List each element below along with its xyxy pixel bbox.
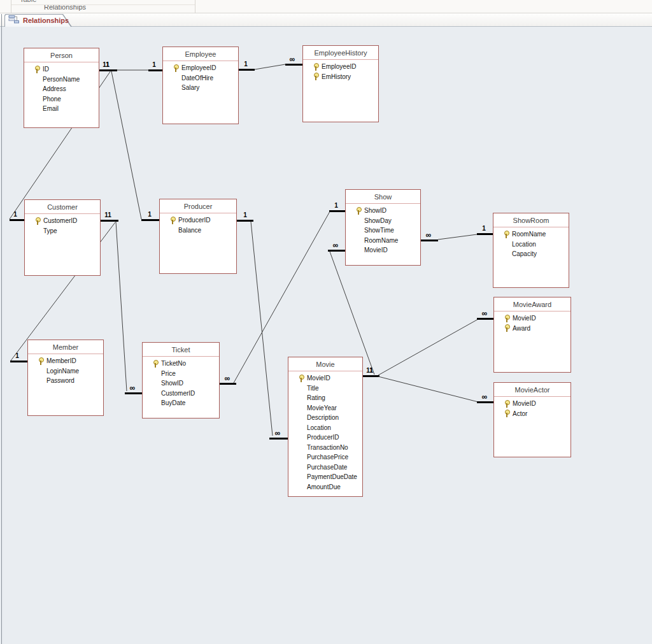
- field-show-roomname[interactable]: RoomName: [346, 236, 420, 246]
- table-box-ticket[interactable]: TicketTicketNoPriceShowIDCustomerIDBuyDa…: [142, 342, 220, 419]
- field-movie-transactionno[interactable]: TransactionNo: [288, 443, 362, 453]
- field-name: Password: [46, 377, 74, 384]
- field-employeehistory-employeeid[interactable]: EmployeeID: [303, 62, 378, 72]
- table-box-producer[interactable]: ProducerProducerIDBalance: [159, 199, 237, 274]
- table-box-movieactor[interactable]: MovieActorMovieIDActor: [493, 382, 571, 457]
- field-showroom-location[interactable]: Location: [493, 240, 569, 250]
- field-ticket-customerid[interactable]: CustomerID: [143, 389, 219, 399]
- relationship-movie-movieaward-line[interactable]: [378, 319, 478, 375]
- cardinality-label: 1: [106, 61, 110, 68]
- field-name: DateOfHire: [181, 75, 213, 82]
- field-producer-producerid[interactable]: ProducerID: [160, 215, 236, 225]
- field-person-address[interactable]: Address: [24, 84, 99, 94]
- field-member-loginname[interactable]: LoginName: [28, 366, 103, 376]
- field-movieaward-movieid[interactable]: MovieID: [494, 313, 570, 324]
- field-movie-paymentduedate[interactable]: PaymentDueDate: [288, 472, 362, 482]
- field-showroom-capacity[interactable]: Capacity: [493, 249, 569, 259]
- field-ticket-showid[interactable]: ShowID: [143, 378, 219, 389]
- table-box-showroom[interactable]: ShowRoomRoomNameLocationCapacity: [493, 213, 569, 288]
- table-header-producer[interactable]: Producer: [160, 199, 236, 213]
- field-ticket-buydate[interactable]: BuyDate: [143, 398, 219, 408]
- relationship-show-showroom-line[interactable]: [438, 234, 477, 240]
- table-box-show[interactable]: ShowShowIDShowDayShowTimeRoomNameMovieID: [345, 189, 421, 266]
- field-show-showday[interactable]: ShowDay: [346, 216, 420, 226]
- field-name: MovieID: [513, 400, 536, 407]
- primary-key-icon: [38, 357, 43, 365]
- field-show-movieid[interactable]: MovieID: [346, 245, 420, 255]
- field-show-showid[interactable]: ShowID: [346, 206, 420, 216]
- table-header-person[interactable]: Person: [24, 48, 99, 62]
- tab-label: Relationships: [23, 17, 69, 24]
- field-name: PaymentDueDate: [307, 473, 357, 480]
- field-showroom-roomname[interactable]: RoomName: [493, 229, 569, 240]
- table-header-show[interactable]: Show: [346, 190, 420, 204]
- key-icon-spacer: [152, 389, 158, 397]
- field-movie-movieyear[interactable]: MovieYear: [288, 403, 362, 413]
- primary-key-icon: [34, 217, 40, 225]
- table-box-customer[interactable]: CustomerCustomerIDType: [24, 199, 101, 276]
- field-person-id[interactable]: ID: [24, 64, 99, 75]
- field-member-password[interactable]: Password: [28, 376, 103, 386]
- table-header-employeehistory[interactable]: EmployeeHistory: [303, 46, 378, 60]
- tab-relationships[interactable]: Relationships: [4, 14, 72, 27]
- table-header-movie[interactable]: Movie: [288, 357, 362, 371]
- field-person-email[interactable]: Email: [24, 104, 99, 114]
- table-header-employee[interactable]: Employee: [163, 47, 238, 61]
- table-header-member[interactable]: Member: [28, 340, 103, 354]
- field-name: Description: [307, 414, 339, 421]
- field-name: RoomName: [512, 231, 546, 238]
- field-employeehistory-emhistory[interactable]: EmHistory: [303, 72, 378, 82]
- field-name: MovieID: [513, 315, 536, 322]
- table-header-movieactor[interactable]: MovieActor: [494, 383, 570, 397]
- field-name: Rating: [307, 394, 325, 401]
- field-movie-movieid[interactable]: MovieID: [288, 373, 362, 383]
- relationship-movie-movieactor-line[interactable]: [378, 376, 478, 402]
- field-name: EmployeeID: [322, 63, 356, 70]
- field-employee-salary[interactable]: Salary: [163, 83, 238, 93]
- table-box-movie[interactable]: MovieMovieIDTitleRatingMovieYearDescript…: [288, 357, 363, 497]
- key-icon-spacer: [355, 247, 361, 254]
- field-movie-purchaseprice[interactable]: PurchasePrice: [288, 452, 362, 462]
- field-movie-purchasedate[interactable]: PurchaseDate: [288, 462, 362, 473]
- field-movie-location[interactable]: Location: [288, 423, 362, 433]
- field-name: Address: [43, 85, 66, 92]
- relationship-customer-ticket-line[interactable]: [116, 222, 127, 391]
- field-show-showtime[interactable]: ShowTime: [346, 225, 420, 236]
- table-box-member[interactable]: MemberMemberIDLoginNamePassword: [27, 340, 104, 416]
- field-name: TicketNo: [161, 360, 186, 367]
- field-person-phone[interactable]: Phone: [24, 94, 99, 104]
- field-movie-amountdue[interactable]: AmountDue: [288, 482, 362, 492]
- relationship-producer-movie-line[interactable]: [251, 222, 273, 436]
- field-movie-title[interactable]: Title: [288, 383, 362, 394]
- field-ticket-ticketno[interactable]: TicketNo: [143, 359, 219, 369]
- relationship-person-producer-line[interactable]: [111, 71, 141, 219]
- field-movie-producerid[interactable]: ProducerID: [288, 433, 362, 443]
- table-box-employeehistory[interactable]: EmployeeHistoryEmployeeIDEmHistory: [302, 45, 379, 122]
- key-icon-spacer: [298, 394, 304, 402]
- field-person-personname[interactable]: PersonName: [24, 75, 99, 85]
- field-ticket-price[interactable]: Price: [143, 369, 219, 379]
- ribbon-separator: [11, 0, 11, 13]
- field-movieactor-actor[interactable]: Actor: [494, 409, 570, 419]
- field-movie-rating[interactable]: Rating: [288, 393, 362, 403]
- field-movie-description[interactable]: Description: [288, 413, 362, 423]
- key-icon-spacer: [34, 85, 39, 93]
- table-box-person[interactable]: PersonIDPersonNameAddressPhoneEmail: [24, 48, 99, 128]
- table-box-movieaward[interactable]: MovieAwardMovieIDAward: [493, 297, 571, 373]
- field-employee-dateofhire[interactable]: DateOfHire: [163, 73, 238, 83]
- field-customer-customerid[interactable]: CustomerID: [25, 216, 100, 226]
- field-producer-balance[interactable]: Balance: [160, 225, 236, 236]
- table-header-ticket[interactable]: Ticket: [143, 343, 219, 357]
- field-customer-type[interactable]: Type: [25, 226, 100, 236]
- cardinality-label: 1: [108, 211, 111, 218]
- table-header-movieaward[interactable]: MovieAward: [494, 297, 570, 311]
- field-employee-employeeid[interactable]: EmployeeID: [163, 63, 238, 73]
- table-box-employee[interactable]: EmployeeEmployeeIDDateOfHireSalary: [162, 47, 239, 124]
- table-header-customer[interactable]: Customer: [25, 200, 100, 214]
- field-name: PurchasePrice: [307, 454, 348, 461]
- field-movieactor-movieid[interactable]: MovieID: [494, 399, 570, 409]
- table-header-showroom[interactable]: ShowRoom: [493, 213, 569, 227]
- field-member-memberid[interactable]: MemberID: [28, 356, 103, 366]
- field-name: Actor: [513, 410, 527, 417]
- field-movieaward-award[interactable]: Award: [494, 324, 570, 334]
